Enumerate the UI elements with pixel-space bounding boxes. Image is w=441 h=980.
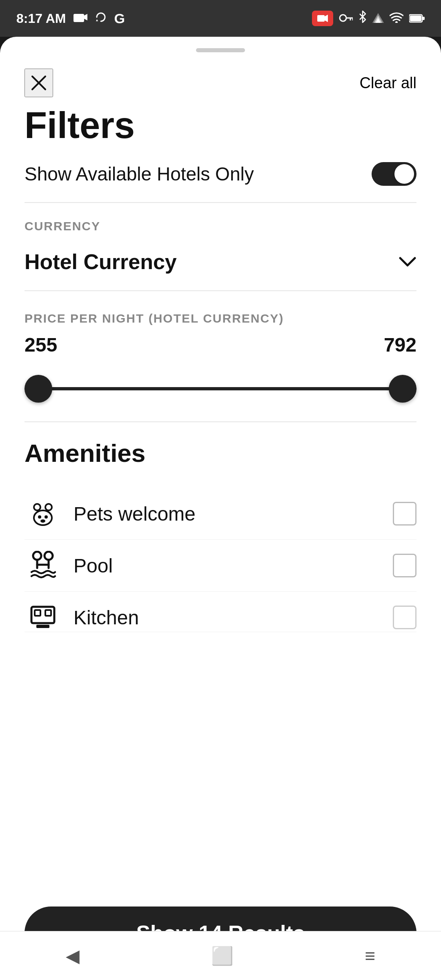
pool-label: Pool bbox=[74, 555, 393, 577]
status-right bbox=[312, 11, 425, 26]
svg-marker-4 bbox=[325, 15, 328, 22]
svg-rect-33 bbox=[35, 610, 40, 616]
battery-icon bbox=[409, 11, 425, 26]
wifi-icon bbox=[390, 11, 403, 26]
filter-sheet: Clear all Filters Show Available Hotels … bbox=[0, 37, 441, 980]
filters-content: Filters Show Available Hotels Only CURRE… bbox=[0, 105, 441, 980]
svg-point-12 bbox=[395, 21, 398, 23]
svg-rect-14 bbox=[410, 16, 421, 21]
currency-section: CURRENCY Hotel Currency bbox=[24, 219, 416, 290]
price-values-row: 255 792 bbox=[24, 334, 416, 356]
google-icon: G bbox=[114, 11, 125, 27]
currency-label: CURRENCY bbox=[24, 219, 416, 233]
nav-bar: ◀ ⬜ ≡ bbox=[0, 931, 441, 980]
currency-value: Hotel Currency bbox=[24, 249, 177, 274]
bluetooth-icon bbox=[359, 11, 367, 26]
time-display: 8:17 AM bbox=[16, 11, 66, 26]
available-toggle[interactable] bbox=[372, 162, 416, 186]
kitchen-checkbox[interactable] bbox=[393, 606, 416, 629]
filters-title: Filters bbox=[24, 105, 416, 146]
price-range-label: PRICE PER NIGHT (HOTEL CURRENCY) bbox=[24, 312, 416, 325]
svg-point-22 bbox=[46, 505, 51, 510]
svg-marker-1 bbox=[84, 14, 87, 20]
svg-point-5 bbox=[340, 15, 346, 21]
svg-rect-34 bbox=[45, 610, 51, 616]
divider-1 bbox=[24, 202, 416, 203]
slider-thumb-min[interactable] bbox=[24, 375, 52, 403]
price-min: 255 bbox=[24, 334, 57, 356]
clear-all-button[interactable]: Clear all bbox=[360, 74, 416, 92]
svg-point-27 bbox=[33, 552, 41, 560]
price-range-section: PRICE PER NIGHT (HOTEL CURRENCY) 255 792 bbox=[24, 307, 416, 405]
currency-dropdown[interactable]: Hotel Currency bbox=[24, 241, 416, 290]
header-row: Clear all bbox=[0, 52, 441, 105]
divider-2 bbox=[24, 290, 416, 291]
svg-marker-2 bbox=[96, 19, 98, 21]
pool-checkbox[interactable] bbox=[393, 554, 416, 577]
amenity-item-pets: Pets welcome bbox=[24, 488, 416, 540]
chevron-down-icon bbox=[399, 252, 416, 272]
amenity-item-kitchen: Kitchen bbox=[24, 592, 416, 632]
divider-3 bbox=[24, 421, 416, 422]
price-slider[interactable] bbox=[24, 372, 416, 405]
pets-checkbox[interactable] bbox=[393, 502, 416, 526]
back-button[interactable]: ◀ bbox=[66, 945, 80, 966]
sheet-handle bbox=[196, 48, 245, 52]
key-icon bbox=[339, 11, 353, 26]
toggle-label: Show Available Hotels Only bbox=[24, 163, 254, 185]
kitchen-icon bbox=[24, 603, 61, 632]
svg-point-30 bbox=[45, 552, 53, 560]
toggle-thumb bbox=[394, 164, 414, 184]
pets-icon bbox=[24, 499, 61, 528]
svg-rect-0 bbox=[74, 14, 84, 22]
signal-icon bbox=[372, 11, 384, 26]
slider-track bbox=[24, 387, 416, 390]
slider-thumb-max[interactable] bbox=[389, 375, 416, 403]
svg-point-21 bbox=[35, 505, 40, 510]
close-button[interactable] bbox=[24, 69, 53, 97]
camera-icon bbox=[74, 11, 87, 26]
home-button[interactable]: ⬜ bbox=[211, 945, 234, 967]
menu-button[interactable]: ≡ bbox=[365, 946, 375, 966]
status-left: 8:17 AM G bbox=[16, 11, 125, 27]
status-bar: 8:17 AM G bbox=[0, 0, 441, 37]
available-hotels-toggle-row: Show Available Hotels Only bbox=[24, 162, 416, 186]
svg-rect-3 bbox=[317, 15, 325, 22]
svg-rect-36 bbox=[36, 625, 49, 628]
amenities-title: Amenities bbox=[24, 439, 416, 468]
rotate-icon bbox=[95, 11, 107, 26]
svg-point-25 bbox=[45, 515, 48, 519]
amenities-section: Amenities bbox=[24, 439, 416, 632]
price-max: 792 bbox=[384, 334, 416, 356]
record-icon bbox=[312, 11, 333, 26]
pets-label: Pets welcome bbox=[74, 503, 393, 525]
svg-point-24 bbox=[38, 515, 41, 519]
svg-rect-15 bbox=[422, 17, 425, 20]
kitchen-label: Kitchen bbox=[74, 606, 393, 629]
pool-icon bbox=[24, 551, 61, 580]
amenity-item-pool: Pool bbox=[24, 540, 416, 592]
svg-point-26 bbox=[40, 519, 45, 523]
